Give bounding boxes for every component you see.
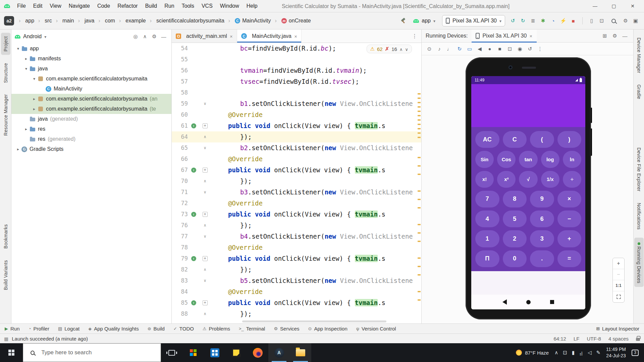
fold-open-icon[interactable]: ∨ — [199, 98, 211, 109]
more-tabs-icon[interactable]: ⋮ — [408, 29, 421, 43]
breadcrumb-mainactivity[interactable]: CMainActivity — [225, 17, 272, 25]
fold-open-icon[interactable]: ∨ — [199, 275, 211, 286]
code-line-85[interactable]: 85↑+public void onClick(View view) { tvm… — [172, 297, 421, 308]
device-mirror-icon[interactable]: ▯ — [587, 16, 596, 25]
line-number[interactable]: 73 — [172, 209, 188, 220]
line-number[interactable]: 71 — [172, 187, 188, 198]
overriding-method-icon[interactable]: ↑ — [191, 123, 196, 128]
code-line-77[interactable]: 77∨b4.setOnClickListener(new View.OnClic… — [172, 231, 421, 242]
project-badge[interactable]: a2 — [4, 16, 14, 25]
line-number[interactable]: 66 — [172, 154, 188, 165]
close-button[interactable]: ✕ — [623, 0, 642, 12]
apply-changes-icon[interactable]: ⚡ — [559, 16, 568, 25]
code-line-71[interactable]: 71∨b3.setOnClickListener(new View.OnClic… — [172, 187, 421, 198]
hide-panel-icon[interactable]: — — [621, 32, 629, 40]
fold-end-icon[interactable]: ∧ — [199, 131, 211, 142]
tool-window-button-bookmarks[interactable]: Bookmarks — [1, 221, 10, 252]
fold-open-icon[interactable]: ∨ — [199, 142, 211, 154]
breadcrumb-scientificcalculatorbysumaita[interactable]: scientificcalculatorbysumaita — [147, 17, 225, 25]
line-number[interactable]: 59 — [172, 98, 188, 109]
line-number[interactable]: 84 — [172, 286, 188, 297]
volume-down-icon[interactable]: ♩ — [445, 45, 454, 53]
settings-icon[interactable]: ⚙ — [150, 32, 159, 41]
collapse-all-icon[interactable]: ∧ — [141, 32, 149, 41]
calc-key-sym[interactable]: = — [557, 250, 582, 267]
camera-icon[interactable]: ⊡ — [505, 45, 514, 53]
code-line-58[interactable]: 58 — [172, 87, 421, 98]
line-number[interactable]: 64 — [172, 131, 188, 142]
tool-button-app-quality-insights[interactable]: ◈App Quality Insights — [88, 326, 139, 331]
device-tab[interactable]: Pixel 3a XL API 30 — [472, 29, 536, 43]
calc-key-log[interactable]: log — [541, 151, 559, 168]
calc-key-2[interactable]: 2 — [503, 230, 527, 247]
breadcrumb-java[interactable]: java — [75, 17, 95, 25]
breadcrumb-src[interactable]: src — [35, 17, 53, 25]
chevron-right-icon[interactable]: ▸ — [23, 56, 30, 61]
menu-help[interactable]: Help — [243, 2, 261, 10]
fold-expand-icon[interactable]: + — [203, 123, 208, 128]
pen-icon[interactable]: ✎ — [596, 350, 601, 356]
calc-key-1-x[interactable]: 1/x — [541, 171, 559, 188]
chevron-up-icon[interactable]: ∧ — [554, 350, 558, 356]
line-number[interactable]: 60 — [172, 109, 188, 120]
overview-icon[interactable]: ■ — [495, 45, 504, 53]
search-input[interactable] — [41, 349, 155, 356]
line-number[interactable]: 88 — [172, 308, 188, 319]
calc-key-sym[interactable]: − — [557, 210, 582, 227]
tool-button-services[interactable]: ⚙Services — [274, 326, 299, 331]
calc-key-sym[interactable]: √ — [519, 171, 537, 188]
zoom-out-button[interactable]: − — [613, 269, 624, 280]
chevron-right-icon[interactable]: ▸ — [23, 127, 30, 131]
line-number[interactable]: 70 — [172, 176, 188, 187]
zoom-actual-size-button[interactable]: 1:1 — [613, 280, 624, 291]
profiler-icon[interactable]: ◔ — [549, 16, 557, 25]
editor-tab-mainactivity-java[interactable]: CMainActivity.java — [237, 29, 302, 43]
overriding-method-icon[interactable]: ↑ — [191, 168, 196, 173]
calc-key-0[interactable]: 0 — [503, 250, 527, 267]
code-line-64[interactable]: 64∧}); — [172, 131, 421, 142]
code-line-65[interactable]: 65∨b2.setOnClickListener(new View.OnClic… — [172, 142, 421, 154]
code-line-78[interactable]: 78@Override — [172, 242, 421, 253]
calc-key-sym[interactable]: Π — [475, 250, 499, 267]
line-number[interactable]: 85 — [172, 297, 188, 308]
more-icon[interactable]: ⋮ — [536, 45, 544, 53]
calc-key-3[interactable]: 3 — [530, 230, 554, 247]
menu-tools[interactable]: Tools — [178, 2, 198, 10]
calc-key-c[interactable]: C — [503, 131, 527, 148]
code-line-73[interactable]: 73↑+public void onClick(View view) { tvm… — [172, 209, 421, 220]
close-icon[interactable] — [294, 33, 297, 39]
record-icon[interactable]: ◉ — [516, 45, 524, 53]
line-number[interactable]: 78 — [172, 242, 188, 253]
tree-item-com-example-scientificcalculatorbysumaita[interactable]: ▸com.example.scientificcalculatorbysumai… — [11, 94, 171, 104]
phone-screen[interactable]: 11:49 ACC()SinCostanloglnx!x²√1/x÷789×45… — [471, 76, 585, 309]
windows-colored-button[interactable] — [182, 343, 204, 362]
volume-icon[interactable]: ◁ — [588, 350, 592, 356]
run-configuration-select[interactable]: app — [410, 16, 439, 25]
calc-key-tan[interactable]: tan — [519, 151, 537, 168]
display-icon[interactable]: ⊡ — [563, 350, 567, 356]
calc-key-ac[interactable]: AC — [475, 131, 499, 148]
power-icon[interactable]: ⊙ — [425, 45, 434, 53]
tree-item-com-example-scientificcalculatorbysumaita[interactable]: ▾com.example.scientificcalculatorbysumai… — [11, 74, 171, 84]
capture-icon[interactable]: ⊡ — [597, 16, 606, 25]
calc-key-4[interactable]: 4 — [475, 210, 499, 227]
menu-vcs[interactable]: VCS — [198, 2, 216, 10]
tool-button-build[interactable]: ⊚Build — [148, 326, 165, 331]
tool-window-button-project[interactable]: Project — [1, 33, 10, 55]
inspections-widget[interactable]: 62 16 — [367, 45, 412, 53]
layout-inspector-button[interactable]: ⊞ Layout Inspector — [596, 326, 639, 331]
line-separator[interactable]: LF — [574, 336, 580, 342]
code-line-83[interactable]: 83∨b5.setOnClickListener(new View.OnClic… — [172, 275, 421, 286]
tree-item-mainactivity[interactable]: CMainActivity — [11, 84, 171, 94]
calc-key-sin[interactable]: Sin — [475, 151, 494, 168]
blue-grid-app-button[interactable] — [204, 343, 225, 362]
maximize-button[interactable]: ▢ — [604, 0, 623, 12]
stop-icon[interactable]: ■ — [569, 16, 578, 25]
fold-plus-icon[interactable]: + — [199, 253, 211, 264]
main-window-icon[interactable]: ▣ — [631, 16, 640, 25]
sync-alt-icon[interactable]: ↻ — [519, 16, 527, 25]
search-everywhere-icon[interactable] — [611, 19, 616, 23]
lock-icon[interactable] — [636, 338, 640, 341]
settings-icon[interactable]: ⚙ — [621, 16, 630, 25]
rotate-icon[interactable]: ↻ — [455, 45, 464, 53]
